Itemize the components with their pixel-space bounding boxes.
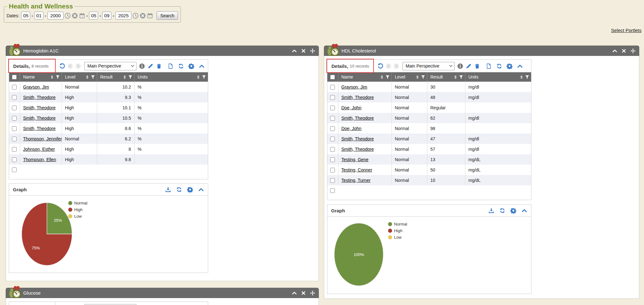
filter-icon[interactable]: [91, 75, 95, 79]
sort-icon[interactable]: [196, 75, 200, 79]
patient-name-link[interactable]: Smith, Theodore: [341, 147, 374, 152]
to-month-input[interactable]: [89, 12, 98, 19]
next-icon[interactable]: [75, 63, 81, 69]
select-all-checkbox[interactable]: [12, 75, 17, 79]
patient-name-link[interactable]: Testing, Gene: [341, 157, 369, 162]
gear-icon[interactable]: [187, 187, 193, 193]
move-portlet-icon[interactable]: [310, 291, 315, 296]
sort-icon[interactable]: [519, 75, 524, 79]
collapse-portlet-icon[interactable]: [292, 48, 297, 53]
row-checkbox[interactable]: [330, 137, 335, 141]
row-checkbox[interactable]: [12, 147, 17, 152]
patient-name-link[interactable]: Smith, Theodore: [341, 136, 374, 141]
to-year-input[interactable]: [115, 12, 131, 19]
filter-icon[interactable]: [56, 75, 60, 79]
new-document-icon[interactable]: [486, 63, 492, 69]
collapse-panel-icon[interactable]: [521, 208, 527, 214]
calendar-picker-icon[interactable]: [79, 13, 85, 19]
sort-icon[interactable]: [123, 75, 127, 79]
move-portlet-icon[interactable]: [630, 48, 636, 53]
previous-icon[interactable]: [386, 63, 391, 69]
patient-name-link[interactable]: Smith, Theodore: [341, 95, 374, 100]
select-all-checkbox[interactable]: [330, 75, 335, 79]
from-month-input[interactable]: [21, 12, 30, 19]
filter-icon[interactable]: [386, 75, 390, 79]
download-icon[interactable]: [165, 187, 171, 193]
from-year-input[interactable]: [47, 12, 64, 19]
row-checkbox[interactable]: [330, 126, 335, 131]
patient-name-link[interactable]: Doe, John: [341, 126, 362, 131]
sort-icon[interactable]: [50, 75, 54, 79]
calendar-picker-icon[interactable]: [147, 13, 153, 19]
perspective-select[interactable]: Main Perspective: [402, 62, 455, 70]
clear-date-icon[interactable]: [72, 13, 78, 19]
refresh-icon[interactable]: [496, 63, 502, 69]
patient-name-link[interactable]: Smith, Theodore: [23, 105, 56, 110]
patient-name-link[interactable]: Doe, John: [341, 105, 362, 110]
close-portlet-icon[interactable]: [621, 48, 626, 53]
row-checkbox[interactable]: [330, 106, 335, 110]
gear-icon[interactable]: [510, 208, 516, 214]
filter-icon[interactable]: [202, 75, 206, 79]
close-portlet-icon[interactable]: [301, 291, 306, 296]
collapse-portlet-icon[interactable]: [612, 48, 617, 53]
row-checkbox[interactable]: [330, 95, 335, 100]
row-checkbox[interactable]: [12, 126, 17, 131]
sort-icon[interactable]: [415, 75, 419, 79]
row-checkbox[interactable]: [12, 157, 17, 162]
patient-name-link[interactable]: Smith, Theodore: [23, 126, 56, 131]
patient-name-link[interactable]: Testing, Conner: [341, 167, 372, 172]
portlet-header[interactable]: Hemoglobin A1C: [6, 46, 319, 56]
refresh-icon[interactable]: [178, 63, 184, 69]
patient-name-link[interactable]: Johnson, Esther: [23, 147, 55, 152]
row-checkbox[interactable]: [330, 85, 335, 90]
previous-icon[interactable]: [67, 63, 73, 69]
patient-name-link[interactable]: Smith, Theodore: [23, 116, 56, 121]
close-portlet-icon[interactable]: [301, 48, 306, 53]
refresh-icon[interactable]: [499, 208, 505, 214]
gear-icon[interactable]: [188, 63, 194, 69]
collapse-portlet-icon[interactable]: [292, 291, 297, 296]
move-portlet-icon[interactable]: [310, 48, 315, 53]
sort-icon[interactable]: [85, 75, 89, 79]
download-icon[interactable]: [488, 208, 494, 214]
sort-icon[interactable]: [380, 75, 384, 79]
perspective-select[interactable]: Main Perspective: [84, 62, 136, 70]
select-portlets-link[interactable]: Select Portlets: [611, 28, 641, 33]
row-checkbox[interactable]: [330, 157, 335, 162]
from-day-input[interactable]: [34, 12, 43, 19]
row-checkbox[interactable]: [12, 95, 17, 100]
delete-icon[interactable]: [474, 63, 480, 69]
patient-name-link[interactable]: Grayson, Jim: [23, 84, 49, 90]
row-checkbox[interactable]: [12, 116, 17, 121]
patient-name-link[interactable]: Testing, Turner: [341, 178, 371, 183]
edit-icon[interactable]: [466, 63, 472, 69]
to-day-input[interactable]: [102, 12, 111, 19]
info-icon[interactable]: [139, 63, 145, 69]
info-icon[interactable]: [457, 63, 463, 69]
row-checkbox[interactable]: [12, 167, 17, 172]
collapse-panel-icon[interactable]: [517, 63, 523, 69]
time-picker-icon[interactable]: [132, 13, 139, 19]
gear-icon[interactable]: [507, 63, 513, 69]
undo-icon[interactable]: [377, 63, 384, 69]
new-document-icon[interactable]: [168, 63, 174, 69]
patient-name-link[interactable]: Smith, Theodore: [23, 95, 56, 100]
time-picker-icon[interactable]: [64, 13, 71, 19]
row-checkbox[interactable]: [330, 116, 335, 121]
next-icon[interactable]: [393, 63, 399, 69]
refresh-icon[interactable]: [176, 187, 182, 193]
row-checkbox[interactable]: [330, 178, 335, 183]
row-checkbox[interactable]: [12, 85, 17, 90]
search-button[interactable]: Search: [157, 11, 178, 20]
filter-icon[interactable]: [421, 75, 425, 79]
collapse-panel-icon[interactable]: [199, 63, 205, 69]
undo-icon[interactable]: [59, 63, 65, 69]
portlet-header[interactable]: Glucose: [6, 288, 319, 298]
portlet-header[interactable]: HDL Cholesterol: [324, 46, 639, 56]
row-checkbox[interactable]: [330, 168, 335, 172]
clear-date-icon[interactable]: [140, 13, 146, 19]
row-checkbox[interactable]: [330, 147, 335, 152]
filter-icon[interactable]: [459, 75, 463, 79]
row-checkbox[interactable]: [12, 137, 17, 141]
